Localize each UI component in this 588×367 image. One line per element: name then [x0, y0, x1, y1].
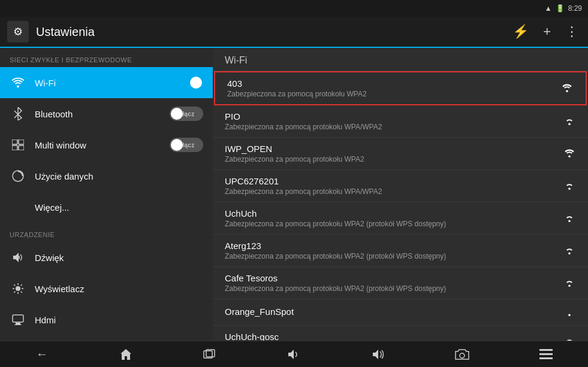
- sidebar-item-bluetooth[interactable]: Bluetooth Wyłącz: [0, 98, 213, 129]
- add-button[interactable]: +: [541, 22, 553, 42]
- wifi-network-desc: Zabezpieczona za pomocą protokołu WPA2: [225, 155, 563, 163]
- volume-down-button[interactable]: [252, 341, 336, 367]
- datausage-icon: [10, 170, 26, 182]
- wifi-network-item[interactable]: Aterg123 Zabezpieczona za pomocą protoko…: [213, 235, 588, 267]
- wifi-network-name: UchUch-gosc: [225, 332, 563, 341]
- wifi-item-info: UchUch-gosc Zabezpieczona za pomocą prot…: [225, 332, 563, 341]
- wifi-item-info: UchUch Zabezpieczona za pomocą protokołu…: [225, 208, 563, 228]
- wifi-network-list: 403 Zabezpieczona za pomocą protokołu WP…: [213, 71, 588, 341]
- svg-point-5: [16, 286, 20, 291]
- wifi-panel: Wi-Fi 403 Zabezpieczona za pomocą protok…: [213, 48, 588, 341]
- lightning-button[interactable]: ⚡: [510, 22, 531, 42]
- hdmi-icon: [10, 314, 26, 325]
- wifi-network-name: Aterg123: [225, 241, 563, 251]
- multiwindow-icon: [10, 139, 26, 150]
- sidebar-item-multiwindow[interactable]: Multi window Wyłącz: [0, 129, 213, 160]
- toolbar: ⚙ Ustawienia ⚡ + ⋮: [0, 17, 588, 48]
- wifi-network-name: 403: [227, 78, 560, 89]
- wifi-network-item[interactable]: IWP_OPEN Zabezpieczona za pomocą protoko…: [213, 138, 588, 170]
- recent-button[interactable]: [168, 341, 252, 367]
- wifi-network-item[interactable]: UchUch Zabezpieczona za pomocą protokołu…: [213, 202, 588, 235]
- sidebar-item-datausage[interactable]: Użycie danych: [0, 160, 213, 192]
- wifi-network-desc: Zabezpieczona za pomocą protokołu WPA/WP…: [225, 187, 563, 196]
- wifi-item-info: UPC6276201 Zabezpieczona za pomocą proto…: [225, 176, 563, 196]
- svg-rect-3: [19, 145, 24, 150]
- more-button[interactable]: ⋮: [563, 22, 581, 42]
- sidebar-item-more[interactable]: Więcej...: [0, 192, 213, 223]
- wifi-network-item[interactable]: UPC6276201 Zabezpieczona za pomocą proto…: [213, 170, 588, 202]
- sidebar: SIECI ZWYKŁE I BEZPRZEWODOWE Wi-Fi Wł: [0, 48, 213, 341]
- wifi-network-item[interactable]: Cafe Tesoros Zabezpieczona za pomocą pro…: [213, 267, 588, 299]
- sidebar-item-sound[interactable]: Dźwięk: [0, 242, 213, 273]
- svg-rect-6: [13, 315, 23, 322]
- wifi-signal-icon: [560, 81, 574, 95]
- wifi-network-desc: Zabezpieczona za pomocą protokołu WPA2 (…: [225, 220, 563, 228]
- wifi-item-info: Aterg123 Zabezpieczona za pomocą protoko…: [225, 241, 563, 260]
- sidebar-item-screenshot[interactable]: ScreenshotSetting: [0, 335, 213, 341]
- wifi-network-name: IWP_OPEN: [225, 144, 563, 154]
- app-title: Ustawienia: [36, 25, 510, 39]
- wifi-network-name: Cafe Tesoros: [225, 273, 563, 283]
- time-display: 8:29: [568, 4, 582, 13]
- multiwindow-toggle[interactable]: Wyłącz: [170, 138, 203, 152]
- sidebar-datausage-label: Użycie danych: [35, 171, 203, 181]
- sidebar-more-label: Więcej...: [35, 202, 203, 213]
- svg-rect-7: [16, 323, 20, 324]
- wifi-network-item[interactable]: Orange_FunSpot: [213, 299, 588, 326]
- sidebar-item-display[interactable]: Wyświetlacz: [0, 273, 213, 304]
- svg-rect-25: [539, 353, 553, 355]
- bluetooth-toggle[interactable]: Wyłącz: [170, 107, 203, 121]
- section2-title: URZĄDZENIE: [0, 223, 213, 242]
- sidebar-hdmi-label: Hdmi: [35, 315, 203, 325]
- wifi-signal-icon: [563, 211, 576, 225]
- display-icon: [10, 283, 26, 295]
- wifi-network-desc: Zabezpieczona za pomocą protokołu WPA2 (…: [225, 252, 563, 260]
- wifi-network-item[interactable]: 403 Zabezpieczona za pomocą protokołu WP…: [214, 71, 587, 105]
- app-icon: ⚙: [7, 21, 29, 43]
- wifi-network-name: UchUch: [225, 208, 563, 219]
- main-content: SIECI ZWYKŁE I BEZPRZEWODOWE Wi-Fi Wł: [0, 48, 588, 341]
- wifi-network-desc: Zabezpieczona za pomocą protokołu WPA2: [227, 90, 560, 98]
- menu-button[interactable]: [504, 341, 588, 367]
- wifi-item-info: IWP_OPEN Zabezpieczona za pomocą protoko…: [225, 144, 563, 163]
- sidebar-item-wifi[interactable]: Wi-Fi Wł: [0, 67, 213, 98]
- wifi-item-info: Orange_FunSpot: [225, 307, 563, 318]
- svg-rect-8: [14, 324, 22, 325]
- section1-title: SIECI ZWYKŁE I BEZPRZEWODOWE: [0, 48, 213, 67]
- svg-rect-2: [12, 145, 17, 150]
- sound-icon: [10, 251, 26, 263]
- sidebar-bluetooth-label: Bluetooth: [35, 109, 170, 119]
- wifi-item-info: Cafe Tesoros Zabezpieczona za pomocą pro…: [225, 273, 563, 293]
- wifi-item-info: 403 Zabezpieczona za pomocą protokołu WP…: [227, 78, 560, 98]
- wifi-signal-icon: [563, 335, 576, 341]
- sidebar-item-hdmi[interactable]: Hdmi: [0, 304, 213, 335]
- sidebar-wifi-label: Wi-Fi: [35, 78, 170, 88]
- bluetooth-icon: [10, 107, 26, 120]
- volume-up-button[interactable]: [336, 341, 420, 367]
- wifi-signal-icon: [563, 147, 576, 160]
- wifi-panel-header: Wi-Fi: [213, 48, 588, 71]
- wifi-network-item[interactable]: UchUch-gosc Zabezpieczona za pomocą prot…: [213, 326, 588, 341]
- wifi-signal-icon: [563, 114, 576, 128]
- wifi-signal-icon: [563, 305, 576, 319]
- svg-point-23: [460, 353, 465, 358]
- wifi-signal-icon: [563, 179, 576, 193]
- home-button[interactable]: [84, 341, 168, 367]
- back-button[interactable]: ←: [0, 341, 84, 367]
- svg-rect-0: [12, 139, 17, 144]
- battery-icon: 🔋: [556, 4, 565, 13]
- wifi-signal-icon: [563, 244, 576, 257]
- settings-icon: ⚙: [13, 25, 23, 38]
- sidebar-sound-label: Dźwięk: [35, 253, 203, 263]
- wifi-icon: [10, 77, 26, 88]
- wifi-network-name: UPC6276201: [225, 176, 563, 186]
- wifi-network-name: Orange_FunSpot: [225, 307, 563, 317]
- wifi-network-item[interactable]: PIO Zabezpieczona za pomocą protokołu WP…: [213, 105, 588, 138]
- wifi-network-name: PIO: [225, 111, 563, 122]
- sidebar-display-label: Wyświetlacz: [35, 284, 203, 294]
- svg-rect-26: [539, 357, 553, 359]
- sidebar-multiwindow-label: Multi window: [35, 140, 170, 150]
- bottom-nav: ←: [0, 341, 588, 367]
- camera-button[interactable]: [420, 341, 504, 367]
- wifi-toggle[interactable]: Wł: [170, 75, 203, 90]
